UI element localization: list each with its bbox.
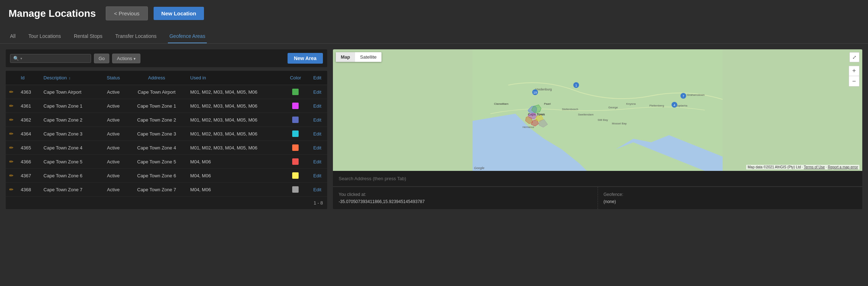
col-id[interactable]: Id bbox=[17, 71, 40, 85]
row-pencil[interactable]: ✏ bbox=[6, 99, 17, 113]
row-edit[interactable]: Edit bbox=[308, 113, 327, 127]
row-edit[interactable]: Edit bbox=[308, 85, 327, 99]
table-body: ✏ 4363 Cape Town Airport Active Cape Tow… bbox=[6, 85, 327, 197]
tab-transfer-locations[interactable]: Transfer Locations bbox=[114, 30, 158, 43]
row-used-in: M04, M06 bbox=[187, 169, 284, 183]
row-pencil[interactable]: ✏ bbox=[6, 113, 17, 127]
report-link[interactable]: Report a map error bbox=[828, 165, 858, 169]
row-pencil[interactable]: ✏ bbox=[6, 169, 17, 183]
svg-text:Grahamstown: Grahamstown bbox=[687, 93, 705, 97]
row-pencil[interactable]: ✏ bbox=[6, 85, 17, 99]
actions-button[interactable]: Actions bbox=[112, 54, 140, 63]
row-id: 4366 bbox=[17, 155, 40, 169]
row-used-in: M01, M02, M03, M04, M05, M06 bbox=[187, 85, 284, 99]
svg-text:Swellendam: Swellendam bbox=[578, 113, 594, 116]
address-search-box[interactable] bbox=[333, 171, 862, 187]
row-color bbox=[284, 113, 308, 127]
edit-link[interactable]: Edit bbox=[313, 145, 321, 151]
locations-table: Id Description ↕ Status Address Used in … bbox=[6, 71, 327, 197]
row-edit[interactable]: Edit bbox=[308, 141, 327, 155]
color-swatch bbox=[292, 89, 299, 95]
edit-pencil-icon: ✏ bbox=[9, 145, 14, 151]
svg-text:4: 4 bbox=[673, 103, 675, 107]
edit-link[interactable]: Edit bbox=[313, 117, 321, 123]
row-edit[interactable]: Edit bbox=[308, 99, 327, 113]
zoom-in-button[interactable]: + bbox=[849, 66, 859, 76]
zoom-out-button[interactable]: − bbox=[849, 76, 859, 86]
row-pencil[interactable]: ✏ bbox=[6, 127, 17, 141]
svg-text:19: 19 bbox=[533, 91, 537, 94]
col-description[interactable]: Description ↕ bbox=[40, 71, 100, 85]
go-button[interactable]: Go bbox=[94, 54, 109, 63]
map-attribution: Map data ©2021 AfriGIS (Pty) Ltd · Terms… bbox=[746, 165, 859, 169]
row-used-in: M04, M06 bbox=[187, 155, 284, 169]
tab-tour-locations[interactable]: Tour Locations bbox=[27, 30, 63, 43]
row-pencil[interactable]: ✏ bbox=[6, 183, 17, 197]
edit-pencil-icon: ✏ bbox=[9, 117, 14, 123]
pagination: 1 - 8 bbox=[6, 197, 327, 209]
row-id: 4364 bbox=[17, 127, 40, 141]
table-row: ✏ 4366 Cape Town Zone 5 Active Cape Town… bbox=[6, 155, 327, 169]
geofence-panel: Geofence: (none) bbox=[598, 187, 863, 209]
tab-all[interactable]: All bbox=[9, 30, 17, 43]
new-area-button[interactable]: New Area bbox=[288, 53, 323, 64]
svg-text:Plettenberg: Plettenberg bbox=[649, 104, 664, 107]
map-tabs: Map Satellite bbox=[336, 52, 381, 62]
row-status: Active bbox=[100, 183, 126, 197]
row-description: Cape Town Zone 2 bbox=[40, 113, 100, 127]
row-pencil[interactable]: ✏ bbox=[6, 155, 17, 169]
row-color bbox=[284, 169, 308, 183]
svg-text:Paarl: Paarl bbox=[544, 102, 551, 105]
expand-icon: ⤢ bbox=[852, 54, 857, 60]
col-edit: Edit bbox=[308, 71, 327, 85]
col-address: Address bbox=[126, 71, 186, 85]
edit-link[interactable]: Edit bbox=[313, 159, 321, 164]
map-data-text: Map data ©2021 AfriGIS (Pty) Ltd bbox=[748, 165, 801, 169]
previous-button[interactable]: < Previous bbox=[106, 6, 148, 20]
new-location-button[interactable]: New Location bbox=[154, 7, 204, 20]
edit-link[interactable]: Edit bbox=[313, 103, 321, 109]
svg-text:Mossel Bay: Mossel Bay bbox=[612, 122, 627, 125]
col-color: Color bbox=[284, 71, 308, 85]
col-used-in: Used in bbox=[187, 71, 284, 85]
row-color bbox=[284, 141, 308, 155]
row-status: Active bbox=[100, 113, 126, 127]
color-swatch bbox=[292, 117, 299, 123]
row-pencil[interactable]: ✏ bbox=[6, 141, 17, 155]
col-status: Status bbox=[100, 71, 126, 85]
row-edit[interactable]: Edit bbox=[308, 127, 327, 141]
svg-text:1: 1 bbox=[575, 84, 577, 87]
search-input[interactable] bbox=[24, 56, 88, 61]
row-edit[interactable]: Edit bbox=[308, 183, 327, 197]
map-tab-satellite[interactable]: Satellite bbox=[355, 52, 381, 62]
row-color bbox=[284, 183, 308, 197]
coordinates-value: -35.070507393411866,15.923945145493787 bbox=[339, 199, 592, 204]
svg-text:7: 7 bbox=[682, 94, 684, 98]
edit-pencil-icon: ✏ bbox=[9, 89, 14, 95]
edit-link[interactable]: Edit bbox=[313, 173, 321, 178]
search-dropdown-icon[interactable]: ▾ bbox=[20, 56, 22, 60]
table-row: ✏ 4365 Cape Town Zone 4 Active Cape Town… bbox=[6, 141, 327, 155]
row-address: Cape Town Zone 1 bbox=[126, 99, 186, 113]
row-edit[interactable]: Edit bbox=[308, 169, 327, 183]
row-address: Cape Town Airport bbox=[126, 85, 186, 99]
map-expand-button[interactable]: ⤢ bbox=[849, 52, 859, 62]
terms-link[interactable]: Terms of Use bbox=[804, 165, 825, 169]
svg-text:Google: Google bbox=[474, 166, 484, 170]
address-search-input[interactable] bbox=[339, 176, 857, 181]
row-status: Active bbox=[100, 141, 126, 155]
tab-geofence-areas[interactable]: Geofence Areas bbox=[168, 30, 206, 43]
map-tab-map[interactable]: Map bbox=[336, 52, 355, 62]
col-edit-pencil bbox=[6, 71, 17, 85]
search-icon: 🔍 bbox=[13, 56, 19, 61]
edit-link[interactable]: Edit bbox=[313, 187, 321, 192]
tab-rental-stops[interactable]: Rental Stops bbox=[73, 30, 104, 43]
svg-text:Stellenbosch: Stellenbosch bbox=[562, 108, 578, 111]
toolbar: 🔍 ▾ Go Actions New Area bbox=[6, 49, 327, 67]
row-description: Cape Town Airport bbox=[40, 85, 100, 99]
row-edit[interactable]: Edit bbox=[308, 155, 327, 169]
edit-link[interactable]: Edit bbox=[313, 131, 321, 137]
search-wrapper[interactable]: 🔍 ▾ bbox=[10, 54, 91, 63]
svg-text:Hermanus: Hermanus bbox=[523, 126, 534, 128]
edit-link[interactable]: Edit bbox=[313, 89, 321, 95]
